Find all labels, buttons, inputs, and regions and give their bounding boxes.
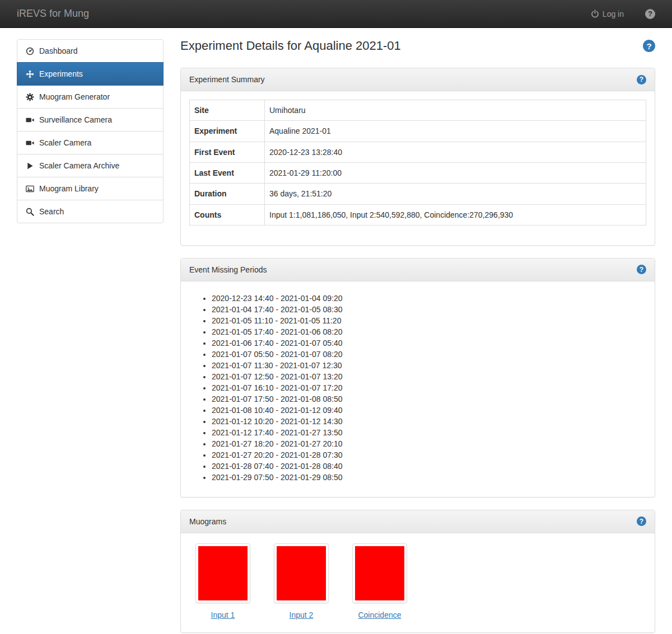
sidebar-item-label: Experiments [39, 68, 83, 79]
panel-help-icon[interactable]: ? [637, 75, 646, 84]
sidebar-item-label: Muogram Generator [39, 91, 110, 102]
sidebar-item-scaler-camera[interactable]: Scaler Camera [17, 131, 164, 154]
sidebar-item-label: Dashboard [39, 45, 78, 57]
list-item: 2021-01-12 10:20 - 2021-01-12 14:30 [212, 416, 646, 427]
picture-icon [26, 185, 34, 193]
brand-link[interactable]: iREVS for Mung [17, 8, 89, 20]
list-item: 2021-01-05 11:10 - 2021-01-05 11:20 [212, 315, 646, 326]
table-row: Last Event 2021-01-29 11:20:00 [190, 163, 646, 184]
row-label: Experiment [190, 121, 265, 142]
sidebar-item-scaler-camera-archive[interactable]: Scaler Camera Archive [17, 154, 164, 177]
video-camera-icon [26, 116, 34, 124]
navbar-help-icon[interactable]: ? [645, 9, 655, 19]
muogram-image [198, 546, 248, 600]
panel-event-missing-periods: Event Missing Periods ? 2020-12-23 14:40… [180, 258, 655, 497]
row-label: Site [190, 100, 265, 121]
list-item: 2021-01-29 07:50 - 2021-01-29 08:50 [212, 472, 646, 483]
row-value: 2020-12-23 13:28:40 [265, 142, 646, 162]
sidebar: Dashboard Experiments [8, 39, 172, 223]
sidebar-item-label: Search [39, 206, 64, 217]
muogram-link-coincidence[interactable]: Coincidence [358, 610, 401, 619]
sidebar-item-label: Scaler Camera Archive [39, 160, 119, 171]
row-label: Last Event [190, 163, 265, 184]
login-label: Log in [603, 10, 624, 18]
row-value: Input 1:1,081,186,050, Input 2:540,592,8… [265, 204, 646, 225]
row-label: First Event [190, 142, 265, 162]
sidebar-item-label: Scaler Camera [39, 137, 91, 148]
sidebar-item-muogram-library[interactable]: Muogram Library [17, 177, 164, 200]
panel-muograms: Muograms ? Input 1 Input 2 [180, 510, 655, 633]
play-icon [26, 162, 34, 170]
page-title: Experiment Details for Aqualine 2021-01 [180, 39, 401, 53]
muogram-image [355, 546, 404, 600]
list-item: 2021-01-07 16:10 - 2021-01-07 17:20 [212, 382, 646, 393]
sidebar-item-search[interactable]: Search [17, 200, 164, 223]
muogram-link-input-1[interactable]: Input 1 [211, 610, 235, 619]
list-item: 2021-01-08 10:40 - 2021-01-12 09:40 [212, 405, 646, 416]
muogram-item: Coincidence [352, 543, 407, 619]
list-item: 2021-01-27 18:20 - 2021-01-27 20:10 [212, 438, 646, 449]
table-row: First Event 2020-12-23 13:28:40 [190, 142, 646, 162]
list-item: 2021-01-28 07:40 - 2021-01-28 08:40 [212, 461, 646, 472]
muogram-link-input-2[interactable]: Input 2 [290, 610, 314, 619]
muogram-item: Input 2 [274, 543, 329, 619]
row-label: Duration [190, 184, 265, 204]
panel-title: Event Missing Periods [189, 264, 267, 275]
sidebar-item-label: Surveillance Camera [39, 114, 112, 125]
experiment-summary-table: Site Umihotaru Experiment Aqualine 2021-… [189, 100, 646, 226]
search-icon [26, 208, 34, 216]
row-value: Umihotaru [265, 100, 646, 121]
muogram-item: Input 1 [195, 543, 250, 619]
gear-icon [26, 93, 34, 101]
list-item: 2021-01-12 17:40 - 2021-01-27 13:50 [212, 427, 646, 438]
sidebar-item-muogram-generator[interactable]: Muogram Generator [17, 85, 164, 109]
muogram-image [277, 546, 326, 600]
dashboard-icon [26, 47, 34, 55]
panel-experiment-summary: Experiment Summary ? Site Umihotaru Expe… [180, 68, 655, 246]
sidebar-item-surveillance-camera[interactable]: Surveillance Camera [17, 108, 164, 132]
row-label: Counts [190, 204, 265, 225]
table-row: Counts Input 1:1,081,186,050, Input 2:54… [190, 204, 646, 225]
panel-help-icon[interactable]: ? [637, 516, 646, 526]
table-row: Experiment Aqualine 2021-01 [190, 121, 646, 142]
main-content: Experiment Details for Aqualine 2021-01 … [172, 39, 664, 634]
list-item: 2021-01-07 11:30 - 2021-01-07 12:30 [212, 360, 646, 371]
list-item: 2021-01-05 17:40 - 2021-01-06 08:20 [212, 326, 646, 337]
missing-periods-list: 2020-12-23 14:40 - 2021-01-04 09:20 2021… [189, 293, 646, 483]
table-row: Duration 36 days, 21:51:20 [190, 184, 646, 204]
list-item: 2021-01-07 05:50 - 2021-01-07 08:20 [212, 349, 646, 360]
page-help-icon[interactable]: ? [643, 40, 655, 52]
panel-title: Experiment Summary [189, 74, 265, 85]
row-value: 36 days, 21:51:20 [265, 184, 646, 204]
muogram-thumbnail-input-2[interactable] [274, 543, 329, 603]
login-link[interactable]: Log in [591, 10, 624, 18]
sidebar-item-label: Muogram Library [39, 183, 99, 194]
muogram-thumbnail-coincidence[interactable] [352, 543, 407, 603]
list-item: 2021-01-27 20:20 - 2021-01-28 07:30 [212, 449, 646, 461]
power-icon [591, 10, 599, 18]
list-item: 2021-01-06 17:40 - 2021-01-07 05:40 [212, 337, 646, 349]
video-camera-icon [26, 139, 34, 147]
sidebar-item-experiments[interactable]: Experiments [17, 62, 164, 86]
row-value: 2021-01-29 11:20:00 [265, 163, 646, 184]
list-item: 2021-01-04 17:40 - 2021-01-05 08:30 [212, 304, 646, 315]
list-item: 2021-01-07 17:50 - 2021-01-08 08:50 [212, 393, 646, 405]
sidebar-item-dashboard[interactable]: Dashboard [17, 39, 164, 63]
list-item: 2020-12-23 14:40 - 2021-01-04 09:20 [212, 293, 646, 304]
panel-help-icon[interactable]: ? [637, 265, 646, 274]
list-item: 2021-01-07 12:50 - 2021-01-07 13:20 [212, 371, 646, 382]
panel-title: Muograms [189, 516, 226, 527]
muogram-thumbnail-input-1[interactable] [195, 543, 250, 603]
navbar: iREVS for Mung Log in ? [0, 0, 672, 28]
table-row: Site Umihotaru [190, 100, 646, 121]
row-value: Aqualine 2021-01 [265, 121, 646, 142]
move-icon [26, 70, 34, 78]
